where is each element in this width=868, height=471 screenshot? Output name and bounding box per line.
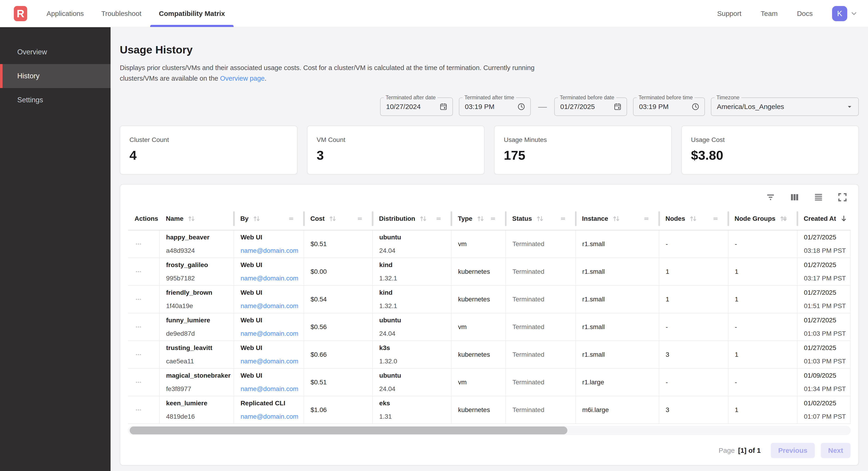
tab-applications[interactable]: Applications: [38, 0, 93, 27]
row-actions-button[interactable]: [134, 406, 157, 414]
email-link[interactable]: name@domain.com: [241, 384, 301, 393]
row-actions-button[interactable]: [134, 351, 157, 358]
tab-compatibility-matrix[interactable]: Compatibility Matrix: [150, 0, 234, 27]
node-groups-text: -: [735, 379, 737, 386]
user-menu[interactable]: K: [832, 6, 858, 21]
column-label: Type: [458, 215, 472, 223]
sort-updown-icon[interactable]: [328, 214, 338, 224]
tab-troubleshoot[interactable]: Troubleshoot: [93, 0, 150, 27]
terminated-after-date-field[interactable]: Terminated after date 10/27/2024: [380, 97, 453, 116]
id-text: a48d9324: [166, 246, 231, 255]
horizontal-scrollbar-thumb[interactable]: [130, 426, 567, 434]
terminated-before-time-value: 03:19 PM: [639, 103, 688, 111]
column-drag-handle[interactable]: [356, 215, 363, 222]
cell-node-groups: 1: [728, 341, 797, 369]
instance-text: r1.small: [582, 296, 605, 303]
column-drag-handle[interactable]: [288, 215, 294, 222]
fullscreen-icon[interactable]: [837, 192, 848, 203]
cell-by: Web UIname@domain.com: [234, 230, 304, 258]
sidebar-item-settings[interactable]: Settings: [0, 88, 111, 112]
calendar-icon[interactable]: [613, 102, 622, 111]
sort-desc-icon[interactable]: [839, 214, 848, 223]
row-actions-button[interactable]: [134, 323, 157, 331]
type-text: vm: [458, 240, 466, 247]
nav-link-docs[interactable]: Docs: [797, 10, 813, 18]
column-header-cost[interactable]: Cost: [304, 207, 372, 230]
row-density-icon[interactable]: [813, 192, 824, 203]
column-header-nodes[interactable]: Nodes: [659, 207, 728, 230]
column-header-status[interactable]: Status: [506, 207, 576, 230]
sort-updown-icon[interactable]: [252, 214, 261, 224]
overview-page-link[interactable]: Overview page: [220, 75, 265, 82]
sidebar-item-history[interactable]: History: [0, 64, 111, 88]
column-label: Cost: [310, 215, 324, 223]
version-text: 1.31: [379, 412, 449, 421]
terminated-before-time-field[interactable]: Terminated before time 03:19 PM: [633, 97, 705, 116]
cell-created-date: 01/27/202501:51 PM PST: [797, 286, 850, 313]
cell-name: friendly_brown1f40a19e: [159, 286, 234, 313]
next-page-button[interactable]: Next: [821, 443, 850, 458]
cell-cost: $1.06: [304, 396, 372, 424]
page-description: Displays prior clusters/VMs and their as…: [120, 62, 859, 84]
column-label: By: [240, 215, 249, 223]
column-drag-handle[interactable]: [560, 215, 566, 222]
name-text: funny_lumiere: [166, 316, 231, 325]
calendar-icon[interactable]: [439, 102, 448, 111]
column-header-by[interactable]: By: [234, 207, 304, 230]
column-drag-handle[interactable]: [712, 215, 719, 222]
sidebar-item-history-label: History: [17, 72, 39, 80]
sort-updown-icon[interactable]: [476, 214, 485, 224]
nav-tabs: Applications Troubleshoot Compatibility …: [38, 0, 234, 27]
column-header-type[interactable]: Type: [451, 207, 506, 230]
column-drag-handle[interactable]: [490, 215, 496, 222]
sort-updown-icon[interactable]: [688, 214, 698, 224]
email-link[interactable]: name@domain.com: [241, 301, 301, 311]
filter-icon[interactable]: [765, 192, 776, 203]
clock-icon[interactable]: [691, 102, 700, 111]
sort-updown-icon[interactable]: [535, 214, 545, 224]
sidebar-item-overview[interactable]: Overview: [0, 40, 111, 64]
column-drag-handle[interactable]: [435, 215, 442, 222]
column-header-node-groups[interactable]: Node Groups: [728, 207, 797, 230]
avatar[interactable]: K: [832, 6, 847, 21]
column-drag-handle[interactable]: [781, 215, 788, 222]
nav-link-team[interactable]: Team: [761, 10, 777, 18]
status-text: Terminated: [512, 323, 544, 330]
email-link[interactable]: name@domain.com: [241, 246, 301, 255]
row-actions-button[interactable]: [134, 268, 157, 275]
timezone-select[interactable]: Timezone America/Los_Angeles: [711, 97, 859, 116]
row-actions-button[interactable]: [134, 378, 157, 386]
sort-updown-icon[interactable]: [418, 214, 428, 224]
row-actions-button[interactable]: [134, 295, 157, 303]
column-drag-handle[interactable]: [643, 215, 650, 222]
email-link[interactable]: name@domain.com: [241, 357, 301, 366]
email-link[interactable]: name@domain.com: [241, 412, 301, 421]
sort-updown-icon[interactable]: [187, 214, 196, 224]
sort-updown-icon[interactable]: [611, 214, 621, 224]
terminated-before-time-label: Terminated before time: [637, 94, 694, 101]
id-text: 995b7182: [166, 274, 231, 283]
column-header-created-at[interactable]: Created At: [797, 207, 850, 230]
column-header-instance[interactable]: Instance: [576, 207, 659, 230]
caret-down-icon[interactable]: [845, 102, 854, 111]
distro-text: ubuntu: [379, 233, 449, 242]
column-header-name[interactable]: Name: [159, 207, 234, 230]
terminated-before-date-field[interactable]: Terminated before date 01/27/2025: [554, 97, 627, 116]
column-header-distribution[interactable]: Distribution: [372, 207, 451, 230]
cost-text: $0.54: [311, 296, 327, 303]
nav-link-support[interactable]: Support: [717, 10, 741, 18]
horizontal-scrollbar-track[interactable]: [128, 426, 850, 435]
email-link[interactable]: name@domain.com: [241, 329, 301, 338]
cell-node-groups: -: [728, 313, 797, 341]
clock-icon[interactable]: [517, 102, 526, 111]
previous-page-button[interactable]: Previous: [771, 443, 815, 458]
email-link[interactable]: name@domain.com: [241, 274, 301, 283]
cell-status: Terminated: [506, 230, 576, 258]
usage-cost-card: Usage Cost $3.80: [681, 125, 859, 174]
replicated-logo[interactable]: R: [14, 6, 27, 21]
cluster-count-card: Cluster Count 4: [120, 125, 298, 174]
terminated-after-time-field[interactable]: Terminated after time 03:19 PM: [459, 97, 531, 116]
row-actions-button[interactable]: [134, 240, 157, 248]
vm-count-label: VM Count: [317, 136, 475, 144]
columns-icon[interactable]: [789, 192, 800, 203]
